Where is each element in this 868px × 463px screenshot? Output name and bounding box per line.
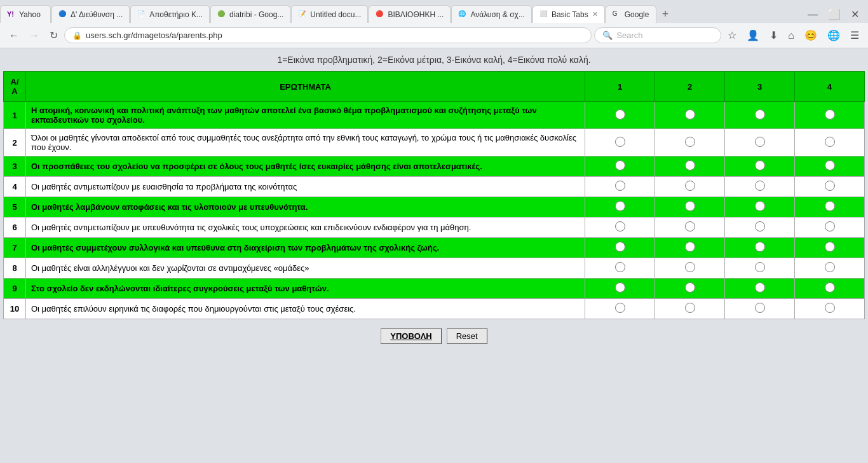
- radio-q9-3[interactable]: [755, 282, 765, 293]
- refresh-button[interactable]: ↻: [46, 27, 62, 44]
- rating-cell-7-1[interactable]: [585, 238, 655, 258]
- rating-cell-3-4[interactable]: [795, 156, 865, 177]
- rating-cell-10-2[interactable]: [655, 299, 725, 319]
- tab-untitled[interactable]: 📝 Untitled docu...: [291, 5, 368, 23]
- tab-google[interactable]: G Google: [606, 5, 656, 23]
- radio-q5-4[interactable]: [825, 201, 835, 211]
- radio-q7-2[interactable]: [685, 242, 695, 252]
- search-bar[interactable]: 🔍 Search: [594, 27, 721, 43]
- close-button[interactable]: ✕: [847, 6, 863, 23]
- tab-close-icon[interactable]: ✕: [592, 10, 598, 18]
- rating-cell-6-2[interactable]: [655, 218, 725, 238]
- back-button[interactable]: ←: [5, 27, 23, 44]
- restore-button[interactable]: ⬜: [824, 6, 844, 23]
- rating-cell-4-1[interactable]: [585, 177, 655, 197]
- tab-yahoo[interactable]: Y! Yahoo: [0, 5, 51, 23]
- tab-analysi[interactable]: 🌐 Ανάλυση & σχ...: [451, 5, 531, 23]
- tab-diefthinsi[interactable]: 🔵 Δ' Διεύθυνση ...: [51, 5, 130, 23]
- rating-cell-10-4[interactable]: [795, 299, 865, 319]
- translate-button[interactable]: 🌐: [824, 27, 844, 44]
- address-bar[interactable]: 🔒 users.sch.gr/dmagetos/a/parents.php: [64, 27, 592, 43]
- radio-q3-3[interactable]: [755, 160, 765, 170]
- forward-button[interactable]: →: [25, 27, 43, 44]
- user-button[interactable]: 😊: [801, 27, 821, 44]
- radio-q10-2[interactable]: [685, 303, 695, 313]
- reset-button[interactable]: Reset: [447, 328, 487, 344]
- radio-q6-2[interactable]: [685, 221, 695, 232]
- rating-cell-8-4[interactable]: [795, 258, 865, 279]
- radio-q6-4[interactable]: [825, 221, 835, 232]
- rating-cell-4-4[interactable]: [795, 177, 865, 197]
- menu-button[interactable]: ☰: [846, 27, 863, 44]
- rating-cell-3-2[interactable]: [655, 156, 725, 177]
- rating-cell-5-1[interactable]: [585, 197, 655, 218]
- radio-q10-1[interactable]: [615, 303, 625, 313]
- rating-cell-1-2[interactable]: [655, 102, 725, 129]
- radio-q9-4[interactable]: [825, 282, 835, 293]
- tab-basic-tabs[interactable]: ⬜ Basic Tabs ✕: [532, 5, 605, 23]
- rating-cell-3-3[interactable]: [725, 156, 795, 177]
- rating-cell-4-2[interactable]: [655, 177, 725, 197]
- rating-cell-6-3[interactable]: [725, 218, 795, 238]
- rating-cell-7-3[interactable]: [725, 238, 795, 258]
- tab-diatribi[interactable]: 🟢 diatribi - Goog...: [210, 5, 290, 23]
- radio-q5-2[interactable]: [685, 201, 695, 211]
- new-tab-button[interactable]: +: [657, 5, 674, 23]
- radio-q2-4[interactable]: [825, 137, 835, 147]
- rating-cell-2-2[interactable]: [655, 129, 725, 156]
- radio-q3-1[interactable]: [615, 160, 625, 170]
- radio-q9-1[interactable]: [615, 282, 625, 293]
- radio-q1-4[interactable]: [825, 109, 835, 120]
- rating-cell-3-1[interactable]: [585, 156, 655, 177]
- rating-cell-6-1[interactable]: [585, 218, 655, 238]
- radio-q2-1[interactable]: [615, 137, 625, 147]
- radio-q4-4[interactable]: [825, 181, 835, 191]
- radio-q8-4[interactable]: [825, 262, 835, 272]
- radio-q10-3[interactable]: [755, 303, 765, 313]
- radio-q7-4[interactable]: [825, 242, 835, 252]
- rating-cell-6-4[interactable]: [795, 218, 865, 238]
- rating-cell-2-4[interactable]: [795, 129, 865, 156]
- radio-q1-2[interactable]: [685, 109, 695, 120]
- radio-q8-2[interactable]: [685, 262, 695, 272]
- radio-q8-3[interactable]: [755, 262, 765, 272]
- rating-cell-9-1[interactable]: [585, 279, 655, 299]
- radio-q8-1[interactable]: [615, 262, 625, 272]
- rating-cell-9-3[interactable]: [725, 279, 795, 299]
- rating-cell-2-1[interactable]: [585, 129, 655, 156]
- radio-q7-1[interactable]: [615, 242, 625, 252]
- radio-q3-4[interactable]: [825, 160, 835, 170]
- rating-cell-9-4[interactable]: [795, 279, 865, 299]
- rating-cell-7-2[interactable]: [655, 238, 725, 258]
- rating-cell-5-2[interactable]: [655, 197, 725, 218]
- tab-apotheterio[interactable]: 📄 Αποθετήριο Κ...: [130, 5, 210, 23]
- radio-q4-3[interactable]: [755, 181, 765, 191]
- radio-q6-3[interactable]: [755, 221, 765, 232]
- rating-cell-7-4[interactable]: [795, 238, 865, 258]
- radio-q1-1[interactable]: [615, 109, 625, 120]
- radio-q10-4[interactable]: [825, 303, 835, 313]
- rating-cell-9-2[interactable]: [655, 279, 725, 299]
- tab-vivliothiki[interactable]: 🔴 ΒΙΒΛΙΟΘΗΚΗ ...: [369, 5, 451, 23]
- rating-cell-1-3[interactable]: [725, 102, 795, 129]
- rating-cell-8-3[interactable]: [725, 258, 795, 279]
- radio-q2-3[interactable]: [755, 137, 765, 147]
- rating-cell-8-2[interactable]: [655, 258, 725, 279]
- download-button[interactable]: ⬇: [766, 27, 782, 44]
- rating-cell-10-3[interactable]: [725, 299, 795, 319]
- rating-cell-1-4[interactable]: [795, 102, 865, 129]
- rating-cell-5-3[interactable]: [725, 197, 795, 218]
- minimize-button[interactable]: —: [804, 6, 822, 23]
- radio-q2-2[interactable]: [685, 137, 695, 147]
- rating-cell-5-4[interactable]: [795, 197, 865, 218]
- rating-cell-10-1[interactable]: [585, 299, 655, 319]
- rating-cell-8-1[interactable]: [585, 258, 655, 279]
- radio-q1-3[interactable]: [755, 109, 765, 120]
- radio-q3-2[interactable]: [685, 160, 695, 170]
- radio-q9-2[interactable]: [685, 282, 695, 293]
- rating-cell-4-3[interactable]: [725, 177, 795, 197]
- submit-button[interactable]: ΥΠΟΒΟΛΗ: [381, 328, 441, 344]
- bookmark-star-button[interactable]: ☆: [724, 27, 740, 44]
- rating-cell-1-1[interactable]: [585, 102, 655, 129]
- radio-q5-1[interactable]: [615, 201, 625, 211]
